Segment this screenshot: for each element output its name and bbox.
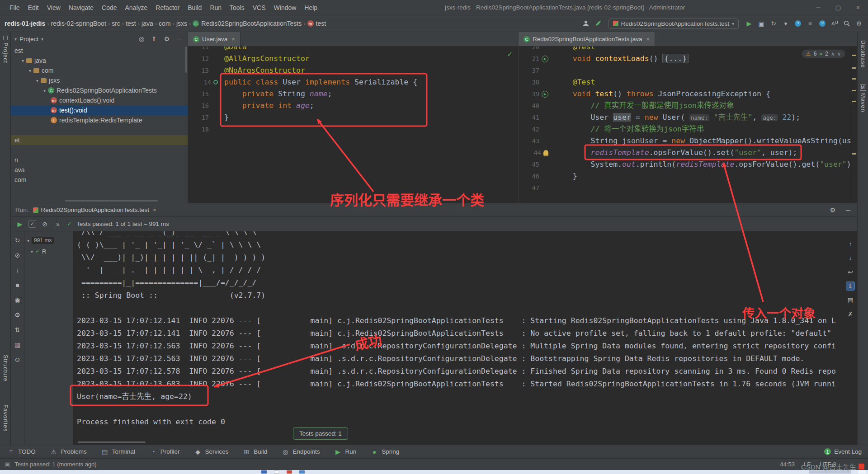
close-icon[interactable]: × (848, 0, 868, 15)
intention-bulb-icon[interactable] (543, 150, 548, 155)
terminal-icon[interactable]: ▤ (100, 447, 109, 456)
collapse-icon[interactable]: ⇑ (150, 34, 159, 43)
tool-button-todo[interactable]: ≡TODO (6, 447, 36, 456)
test-tree-root-node[interactable]: ▾991 ms (24, 235, 73, 246)
settings-icon[interactable]: ⚙ (854, 19, 863, 28)
tree-item[interactable]: com (11, 175, 188, 185)
maximize-icon[interactable]: ▢ (828, 0, 848, 15)
square-icon[interactable]: ■ (13, 281, 22, 290)
minimize-icon[interactable]: ─ (808, 0, 828, 15)
tree-item[interactable] (11, 145, 188, 155)
play-icon[interactable]: ▶ (15, 220, 24, 229)
menu-item-window[interactable]: Window (270, 2, 301, 13)
close-tab-icon[interactable]: × (231, 36, 235, 42)
run-test-icon[interactable]: ▶ (542, 91, 548, 98)
breadcrumb-item[interactable]: redis-02-springBoot (51, 20, 106, 27)
profiler-icon[interactable]: ◔ (149, 447, 158, 456)
menu-item-navigate[interactable]: Navigate (65, 2, 98, 13)
chevron-down-icon[interactable]: ▾ (14, 37, 17, 42)
chevron-down-icon[interactable]: ▾ (41, 37, 43, 42)
scroll-end-icon[interactable]: ⇓ (846, 282, 855, 291)
horizontal-scrollbar[interactable] (65, 200, 158, 202)
tool-button-database[interactable]: Database (860, 37, 866, 68)
menu-item-refactor[interactable]: Refactor (151, 2, 184, 13)
clear-icon[interactable]: ✗ (846, 310, 855, 319)
pin-icon[interactable]: ⊙ (13, 355, 22, 364)
chevron-down-icon[interactable]: ▾ (781, 19, 790, 28)
user-icon[interactable] (581, 19, 590, 28)
print-icon[interactable]: ▤ (846, 296, 855, 305)
tree-item[interactable]: mcontextLoads():void (11, 95, 188, 105)
spring-icon[interactable]: ● (370, 447, 379, 456)
tool-button-terminal[interactable]: ▤Terminal (100, 447, 135, 456)
tool-button-endpoints[interactable]: ◎Endpoints (281, 447, 320, 456)
tab-tests-java[interactable]: C Redis02SpringBootApplicationTests.java… (519, 32, 655, 46)
menu-item-analyze[interactable]: Analyze (121, 2, 152, 13)
next-problem-icon[interactable]: ∨ (837, 51, 841, 57)
scroll-up-icon[interactable]: ↑ (846, 239, 855, 249)
gear-icon[interactable]: ⚙ (828, 206, 837, 215)
close-tab-icon[interactable]: × (646, 36, 650, 42)
caret-position[interactable]: 44:53 (780, 461, 795, 468)
chevron-down-icon[interactable]: ▾ (43, 88, 46, 93)
test-tree-class-node[interactable]: ▾✓R (24, 246, 73, 257)
menu-item-help[interactable]: Help (300, 2, 321, 13)
skip-icon[interactable]: ↓ (13, 266, 22, 275)
menu-item-run[interactable]: Run (206, 2, 226, 13)
vertical-scrollbar[interactable] (185, 47, 187, 73)
list-icon[interactable]: ≡ (6, 447, 15, 456)
run-config-selector[interactable]: Redis02SpringBootApplicationTests.test▾ (609, 19, 739, 29)
sync-icon[interactable]: ↻ (769, 19, 778, 28)
close-tab-icon[interactable]: × (153, 206, 156, 213)
menu-item-vcs[interactable]: VCS (249, 2, 270, 13)
error-stripe[interactable] (851, 47, 857, 203)
run-test-icon[interactable]: ▶ (542, 56, 548, 62)
menu-item-view[interactable]: View (43, 2, 65, 13)
tool-button-maven[interactable]: MMaven (860, 81, 866, 113)
tool-button-build[interactable]: ⊞Build (242, 447, 267, 456)
tree-item[interactable] (11, 125, 188, 135)
taskbar-app-icon[interactable] (274, 470, 279, 474)
tree-item[interactable]: ava (11, 165, 188, 175)
taskbar-app-icon[interactable] (287, 470, 292, 474)
chevron-down-icon[interactable]: ▾ (27, 238, 29, 243)
tree-item[interactable]: n (11, 155, 188, 165)
taskbar-app-icon[interactable] (299, 470, 305, 474)
chevron-down-icon[interactable]: ▾ (36, 78, 38, 83)
services-icon[interactable]: ◆ (193, 447, 203, 456)
tree-item[interactable]: ▾com (11, 66, 188, 75)
tree-item[interactable]: ▾CRedis02SpringBootApplicationTests (11, 85, 188, 95)
breadcrumb-item[interactable]: redis-01-jedis (5, 20, 45, 27)
translate-icon[interactable]: A (830, 19, 839, 28)
run-icon[interactable]: ▶ (333, 447, 342, 456)
help-icon[interactable]: ? (818, 19, 827, 28)
breadcrumb-method[interactable]: mtest (307, 20, 326, 27)
hide-icon[interactable]: ─ (844, 206, 853, 215)
tool-button-favorites[interactable]: Favorites (2, 401, 9, 432)
menu-item-build[interactable]: Build (184, 2, 206, 13)
feather-icon[interactable] (594, 19, 603, 28)
ban-icon[interactable]: ⊘ (13, 251, 22, 260)
scroll-down-icon[interactable]: ↓ (846, 253, 855, 263)
menu-item-file[interactable]: File (5, 2, 24, 13)
locate-icon[interactable]: ◎ (137, 34, 146, 43)
chevron-down-icon[interactable]: ▾ (31, 249, 33, 254)
tree-item[interactable]: fredisTemplate:RedisTemplate (11, 115, 188, 125)
horizontal-scrollbar[interactable] (78, 441, 146, 443)
search-icon[interactable] (842, 19, 851, 28)
tool-button-problems[interactable]: ⚠Problems (49, 447, 87, 456)
breadcrumb-item[interactable]: com (159, 20, 170, 27)
double-arrow-icon[interactable]: » (53, 220, 62, 229)
tab-user-java[interactable]: C User.java × (188, 32, 241, 46)
check-icon[interactable]: ✓ (28, 220, 36, 228)
event-log-area[interactable]: 1 Event Log (824, 448, 862, 455)
soft-wrap-icon[interactable]: ↩ (846, 268, 855, 277)
build-icon[interactable]: ⊞ (242, 447, 251, 456)
breadcrumb-class[interactable]: CRedis02SpringBootApplicationTests (193, 20, 302, 27)
taskbar-app-icon[interactable] (261, 470, 267, 474)
sort-icon[interactable]: ⇅ (13, 325, 22, 334)
tool-button-project[interactable]: Project (0, 32, 10, 63)
run-tab[interactable]: Redis02SpringBootApplicationTests.test × (33, 206, 156, 213)
gear-icon[interactable]: ⚙ (13, 310, 22, 319)
tree-item[interactable]: ▾java (11, 56, 188, 66)
